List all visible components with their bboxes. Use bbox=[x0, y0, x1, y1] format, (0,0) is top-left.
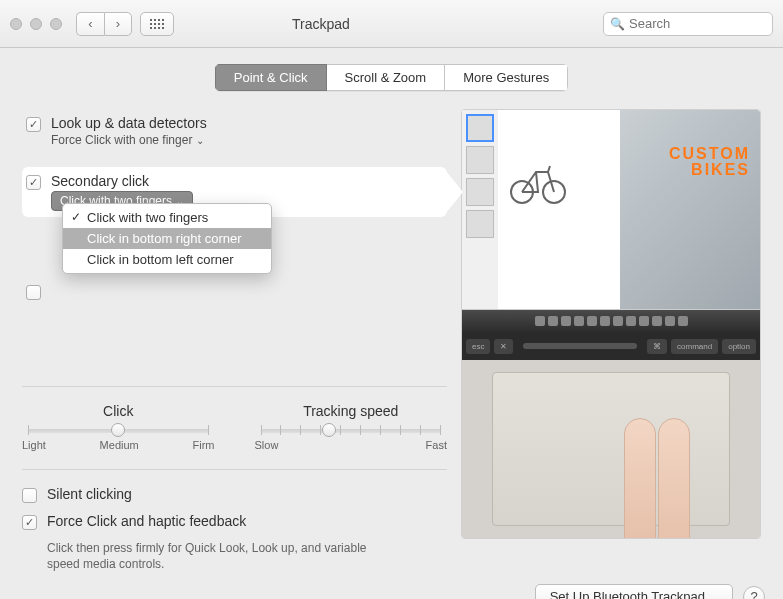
help-button[interactable]: ? bbox=[743, 586, 765, 599]
close-window-button[interactable] bbox=[10, 18, 22, 30]
silent-label: Silent clicking bbox=[47, 486, 132, 502]
preview-screen: CUSTOMBIKES bbox=[462, 110, 760, 310]
fingers-icon bbox=[624, 418, 690, 539]
preview-headline: CUSTOMBIKES bbox=[669, 146, 750, 178]
zoom-window-button[interactable] bbox=[50, 18, 62, 30]
window-title: Trackpad bbox=[292, 16, 350, 32]
click-slider-track[interactable] bbox=[28, 429, 209, 433]
tab-point-click[interactable]: Point & Click bbox=[215, 64, 327, 91]
tab-scroll-zoom[interactable]: Scroll & Zoom bbox=[327, 64, 446, 91]
chevron-left-icon: ‹ bbox=[88, 16, 92, 31]
minimize-window-button[interactable] bbox=[30, 18, 42, 30]
preview-image bbox=[620, 110, 760, 309]
preview-trackpad bbox=[462, 360, 760, 538]
back-button[interactable]: ‹ bbox=[76, 12, 104, 36]
tracking-slider-track[interactable] bbox=[261, 429, 442, 433]
click-label-firm: Firm bbox=[192, 439, 214, 451]
window-buttons bbox=[10, 18, 62, 30]
preview-thumb bbox=[466, 114, 494, 142]
forward-button[interactable]: › bbox=[104, 12, 132, 36]
tracking-slider: Tracking speed Slow Fast bbox=[255, 403, 448, 451]
click-label-medium: Medium bbox=[100, 439, 139, 451]
click-slider: Click Light Medium Firm bbox=[22, 403, 215, 451]
click-slider-knob[interactable] bbox=[111, 423, 125, 437]
show-all-button[interactable] bbox=[140, 12, 174, 36]
search-input[interactable] bbox=[629, 16, 766, 31]
search-field[interactable]: 🔍 bbox=[603, 12, 773, 36]
force-desc: Click then press firmly for Quick Look, … bbox=[47, 540, 367, 572]
checkbox-lookup[interactable] bbox=[26, 117, 41, 132]
sliders-section: Click Light Medium Firm Tracking speed bbox=[22, 386, 447, 451]
tracking-slider-title: Tracking speed bbox=[255, 403, 448, 419]
option-force-click[interactable]: Force Click and haptic feedback bbox=[22, 513, 447, 530]
preview-touchbar: esc ✕ ⌘ command option bbox=[462, 332, 760, 360]
bluetooth-trackpad-button[interactable]: Set Up Bluetooth Trackpad… bbox=[535, 584, 733, 599]
force-label: Force Click and haptic feedback bbox=[47, 513, 246, 529]
checkbox-tap[interactable] bbox=[26, 285, 41, 300]
bottom-options: Silent clicking Force Click and haptic f… bbox=[22, 469, 447, 572]
preview-thumb bbox=[466, 146, 494, 174]
menu-item-two-fingers[interactable]: Click with two fingers bbox=[63, 207, 271, 228]
click-slider-title: Click bbox=[22, 403, 215, 419]
option-secondary-title: Secondary click bbox=[51, 173, 193, 189]
gesture-preview: CUSTOMBIKES esc ✕ bbox=[461, 109, 761, 539]
tracking-label-slow: Slow bbox=[255, 439, 279, 451]
preview-thumb bbox=[466, 210, 494, 238]
option-tap-to-click[interactable] bbox=[22, 277, 447, 306]
bicycle-icon bbox=[508, 160, 568, 206]
preview-thumb bbox=[466, 178, 494, 206]
option-lookup[interactable]: Look up & data detectors Force Click wit… bbox=[22, 109, 447, 153]
tab-bar: Point & Click Scroll & Zoom More Gesture… bbox=[0, 64, 783, 91]
preview-dock bbox=[462, 310, 760, 332]
checkbox-silent[interactable] bbox=[22, 488, 37, 503]
tab-more-gestures[interactable]: More Gestures bbox=[445, 64, 568, 91]
menu-item-bottom-left[interactable]: Click in bottom left corner bbox=[63, 249, 271, 270]
tracking-slider-knob[interactable] bbox=[322, 423, 336, 437]
menu-item-bottom-right[interactable]: Click in bottom right corner bbox=[63, 228, 271, 249]
option-lookup-title: Look up & data detectors bbox=[51, 115, 207, 131]
option-silent-clicking[interactable]: Silent clicking bbox=[22, 486, 447, 503]
search-icon: 🔍 bbox=[610, 17, 625, 31]
footer: Set Up Bluetooth Trackpad… ? bbox=[0, 572, 783, 599]
checkbox-secondary[interactable] bbox=[26, 175, 41, 190]
click-label-light: Light bbox=[22, 439, 46, 451]
nav-buttons: ‹ › bbox=[76, 12, 132, 36]
chevron-down-icon: ⌄ bbox=[196, 135, 204, 146]
secondary-click-menu: Click with two fingers Click in bottom r… bbox=[62, 203, 272, 274]
grid-icon bbox=[150, 19, 164, 29]
option-lookup-sub[interactable]: Force Click with one finger ⌄ bbox=[51, 133, 204, 147]
checkbox-force[interactable] bbox=[22, 515, 37, 530]
tracking-label-fast: Fast bbox=[426, 439, 447, 451]
chevron-right-icon: › bbox=[116, 16, 120, 31]
titlebar: ‹ › Trackpad 🔍 bbox=[0, 0, 783, 48]
options-panel: Look up & data detectors Force Click wit… bbox=[22, 109, 447, 572]
